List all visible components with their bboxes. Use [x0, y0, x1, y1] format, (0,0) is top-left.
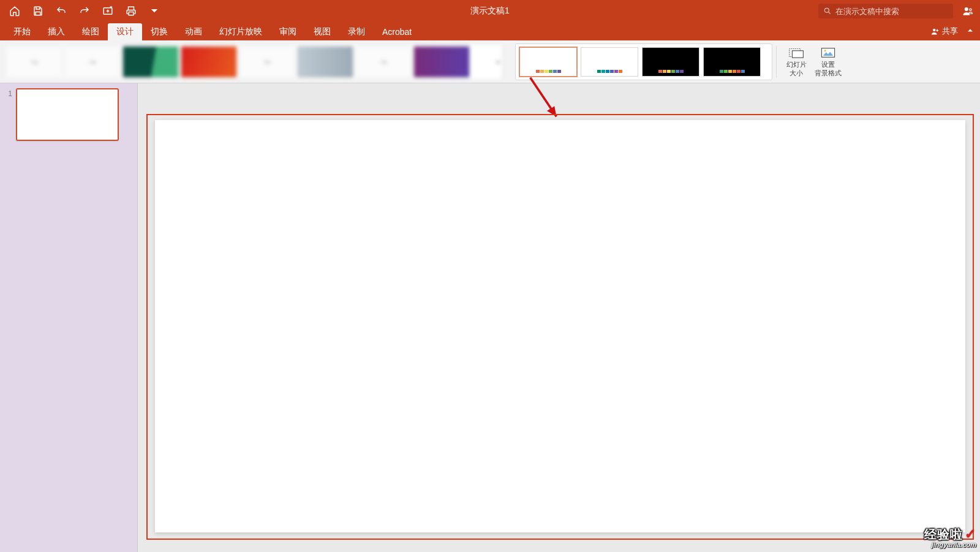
theme-thumb[interactable]: Aa [355, 46, 412, 78]
title-bar: 演示文稿1 [0, 0, 980, 22]
slide-thumbnail-entry[interactable]: 1 [0, 87, 137, 145]
format-bg-label-1: 设置 [821, 61, 835, 68]
svg-point-2 [824, 8, 829, 12]
theme-thumb[interactable]: Aa [64, 46, 121, 78]
save-icon[interactable] [32, 5, 44, 17]
tab-label: 幻灯片放映 [219, 26, 262, 37]
tab-label: Acrobat [382, 27, 412, 37]
tab-home[interactable]: 开始 [5, 23, 39, 40]
title-right [818, 4, 980, 18]
home-icon[interactable] [9, 5, 21, 17]
search-input[interactable] [835, 7, 948, 16]
qat-more-icon[interactable] [148, 5, 160, 17]
format-background-button[interactable]: 设置背景格式 [812, 43, 844, 81]
tab-insert[interactable]: 插入 [39, 23, 74, 40]
theme-thumb[interactable]: Aa [239, 46, 295, 78]
slide-thumbnail[interactable] [16, 88, 119, 141]
tab-label: 绘图 [82, 26, 99, 37]
svg-rect-8 [821, 48, 834, 58]
theme-thumb[interactable] [413, 46, 470, 78]
svg-point-4 [970, 9, 971, 10]
variant-gallery[interactable] [515, 43, 772, 80]
tab-transitions[interactable]: 切换 [142, 23, 176, 40]
share-area: 共享 [930, 22, 974, 40]
slide-editor: 经验啦✓ jingyanla.com [138, 83, 980, 552]
tab-label: 切换 [151, 26, 168, 37]
workspace: 1 经验啦✓ jingyanla.com [0, 83, 980, 552]
theme-thumb[interactable] [123, 46, 179, 78]
tab-label: 开始 [13, 26, 31, 37]
search-box[interactable] [818, 4, 953, 18]
redo-icon[interactable] [78, 5, 91, 17]
tab-design[interactable]: 设计 [108, 23, 142, 40]
search-icon [823, 7, 832, 15]
slide-canvas[interactable] [155, 120, 965, 532]
svg-point-9 [824, 50, 826, 51]
svg-line-10 [520, 78, 567, 116]
tab-label: 审阅 [279, 26, 296, 37]
variant-thumb[interactable] [642, 47, 699, 77]
watermark-check-icon: ✓ [965, 527, 976, 541]
tab-slideshow[interactable]: 幻灯片放映 [211, 23, 271, 40]
tab-label: 设计 [116, 26, 134, 37]
slide-size-icon [788, 46, 804, 59]
theme-gallery[interactable]: Aa Aa Aa Aa [4, 43, 503, 80]
slide-thumbnail-panel[interactable]: 1 [0, 83, 138, 552]
theme-thumb[interactable] [181, 46, 237, 78]
tab-label: 插入 [48, 26, 65, 37]
tab-record[interactable]: 录制 [339, 23, 374, 40]
theme-thumb[interactable]: Aa [6, 46, 62, 78]
tab-label: 录制 [348, 26, 365, 37]
svg-point-5 [933, 28, 935, 31]
share-button[interactable]: 共享 [930, 26, 958, 37]
tab-draw[interactable]: 绘图 [74, 23, 108, 40]
share-label: 共享 [942, 26, 958, 37]
share-person-icon [930, 27, 940, 36]
undo-icon[interactable] [55, 5, 67, 17]
svg-point-3 [965, 7, 968, 11]
quick-access-toolbar [0, 0, 160, 22]
theme-thumb[interactable] [297, 46, 353, 78]
slide-number: 1 [4, 88, 12, 98]
slide-size-label-2: 大小 [790, 69, 803, 77]
tab-review[interactable]: 审阅 [271, 23, 305, 40]
tab-label: 动画 [185, 26, 202, 37]
tab-animations[interactable]: 动画 [176, 23, 211, 40]
ribbon-tabs: 开始 插入 绘图 设计 切换 动画 幻灯片放映 审阅 视图 录制 Acrobat… [0, 22, 980, 40]
ribbon-content: Aa Aa Aa Aa 幻灯片大小 设置背景格式 [0, 40, 980, 83]
tab-acrobat[interactable]: Acrobat [374, 23, 420, 40]
ribbon-separator [776, 46, 777, 78]
format-background-icon [820, 46, 836, 59]
format-bg-label-2: 背景格式 [815, 69, 842, 77]
svg-rect-1 [129, 12, 134, 15]
account-icon[interactable] [962, 5, 974, 17]
watermark: 经验啦✓ jingyanla.com [924, 527, 976, 548]
variant-thumb[interactable] [703, 47, 761, 77]
new-slide-icon[interactable] [102, 5, 114, 17]
watermark-url: jingyanla.com [924, 542, 976, 548]
svg-rect-7 [793, 51, 804, 58]
slide-size-label-1: 幻灯片 [786, 61, 807, 68]
print-icon[interactable] [125, 5, 137, 17]
tab-label: 视图 [314, 26, 331, 37]
theme-gallery-more-icon[interactable] [494, 47, 502, 78]
tab-view[interactable]: 视图 [305, 23, 339, 40]
variant-thumb[interactable] [581, 47, 638, 77]
variant-thumb[interactable] [519, 47, 577, 77]
slide-size-button[interactable]: 幻灯片大小 [780, 43, 812, 81]
collapse-ribbon-icon[interactable] [967, 27, 974, 36]
watermark-brand: 经验啦 [924, 528, 963, 540]
